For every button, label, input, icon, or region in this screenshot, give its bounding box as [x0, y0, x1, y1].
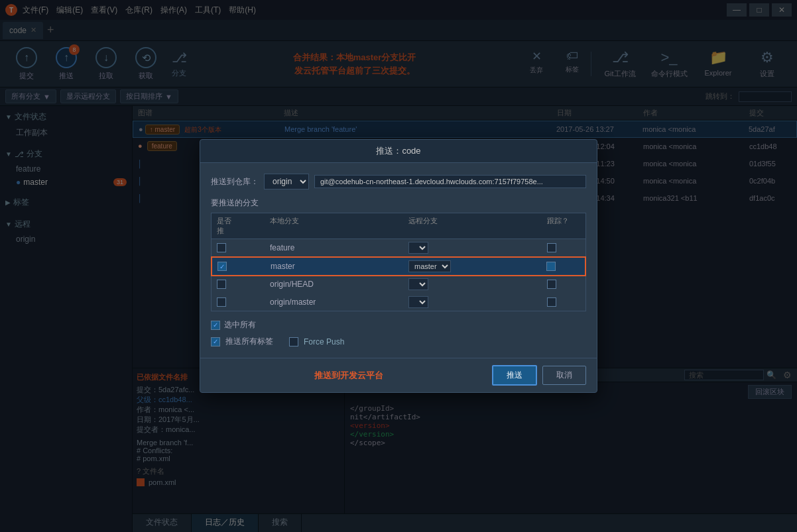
modal-footer: 推送到开发云平台 推送 取消: [200, 358, 597, 392]
origin-master-track-icon[interactable]: [547, 297, 556, 307]
push-confirm-button[interactable]: 推送: [492, 365, 537, 386]
origin-head-remote: [408, 278, 547, 290]
select-all-label: 选中所有: [224, 319, 256, 331]
origin-head-track-icon[interactable]: [547, 280, 556, 289]
force-push-checkbox[interactable]: [289, 337, 298, 346]
origin-master-check[interactable]: [217, 297, 237, 307]
feature-track[interactable]: [547, 243, 580, 252]
col-track-header: 跟踪？: [547, 216, 580, 236]
branch-row-origin-master[interactable]: origin/master: [212, 293, 585, 311]
origin-master-remote: [408, 296, 547, 308]
cancel-button[interactable]: 取消: [542, 366, 586, 385]
origin-head-checkbox[interactable]: [217, 280, 226, 289]
footer-options: 选中所有 推送所有标签 Force Push: [211, 319, 586, 347]
feature-local: feature: [270, 243, 408, 252]
origin-master-checkbox[interactable]: [217, 297, 226, 307]
feature-checkbox[interactable]: [217, 243, 226, 252]
force-push-label: Force Push: [304, 337, 344, 346]
modal-title: 推送：code: [200, 140, 597, 163]
master-checkbox[interactable]: [217, 262, 227, 271]
repo-label: 推送到仓库：: [211, 176, 259, 187]
col-remote-header: 远程分支: [408, 216, 547, 236]
repo-url-input[interactable]: [314, 175, 586, 188]
col-push-header: [237, 216, 270, 236]
master-track-icon[interactable]: [546, 262, 556, 271]
repo-row: 推送到仓库： origin: [211, 174, 586, 189]
origin-master-track[interactable]: [547, 297, 580, 307]
origin-head-check[interactable]: [217, 280, 237, 289]
feature-check[interactable]: [217, 243, 237, 252]
master-remote: master: [408, 260, 546, 272]
branch-row-origin-head[interactable]: origin/HEAD: [212, 276, 585, 293]
origin-master-local: origin/master: [270, 297, 408, 307]
modal-overlay: 推送：code 推送到仓库： origin 要推送的分支 是否推 本地分支 远程…: [0, 0, 797, 532]
repo-select[interactable]: origin: [264, 174, 309, 189]
select-all-row: 选中所有: [211, 319, 586, 331]
master-local: master: [271, 262, 408, 271]
push-tags-checkbox[interactable]: [211, 337, 220, 346]
modal-body: 推送到仓库： origin 要推送的分支 是否推 本地分支 远程分支 跟踪？: [200, 163, 597, 358]
push-tags-label: 推送所有标签: [225, 336, 273, 347]
master-track[interactable]: [546, 262, 580, 271]
branches-label: 要推送的分支: [211, 197, 586, 209]
branches-section: 要推送的分支 是否推 本地分支 远程分支 跟踪？ feature: [211, 197, 586, 311]
footer-note: 推送到开发云平台: [211, 370, 487, 382]
master-remote-select[interactable]: master: [408, 260, 451, 272]
push-tags-row: 推送所有标签 Force Push: [211, 336, 586, 347]
origin-head-local: origin/HEAD: [270, 280, 408, 289]
feature-track-icon[interactable]: [547, 243, 556, 252]
origin-master-remote-select[interactable]: [408, 296, 428, 308]
col-check-header: 是否推: [217, 216, 237, 236]
branch-row-master[interactable]: master master: [211, 256, 586, 276]
origin-head-remote-select[interactable]: [408, 278, 428, 290]
feature-remote: [408, 242, 547, 254]
branches-table-header: 是否推 本地分支 远程分支 跟踪？: [211, 213, 586, 239]
master-check[interactable]: [217, 262, 237, 271]
select-all-checkbox[interactable]: [211, 321, 220, 330]
push-modal: 推送：code 推送到仓库： origin 要推送的分支 是否推 本地分支 远程…: [200, 139, 597, 393]
origin-head-track[interactable]: [547, 280, 580, 289]
branches-table-body: feature master: [211, 239, 586, 311]
feature-remote-select[interactable]: [408, 242, 428, 254]
col-local-header: 本地分支: [270, 216, 408, 236]
branch-row-feature[interactable]: feature: [212, 239, 585, 257]
